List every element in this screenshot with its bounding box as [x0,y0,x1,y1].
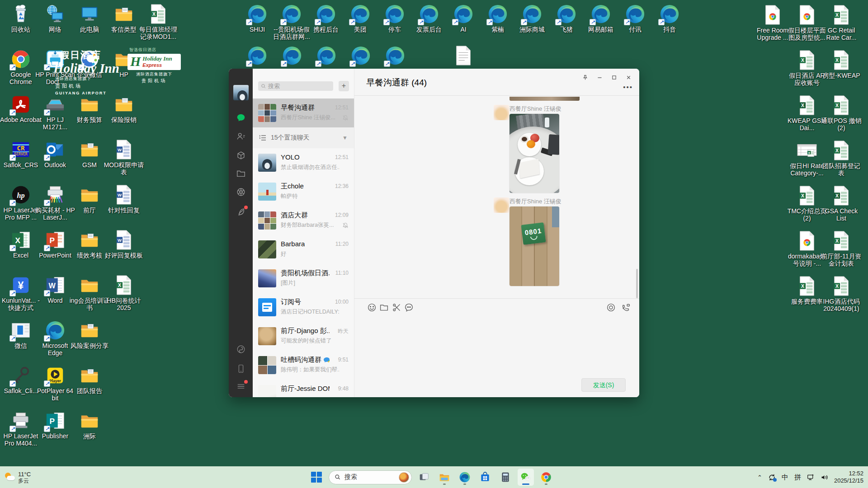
desktop-icon-HB问卷统计2025[interactable]: XHB问卷统计2025 [103,275,145,311]
desktop-icon-保险报销[interactable]: 保险报销 [103,94,145,123]
desktop-icon-shortcut[interactable] [443,45,484,66]
excel-file-icon: X [831,276,852,296]
search-input[interactable]: 搜索 [258,81,333,91]
more-button[interactable]: ••• [623,83,633,91]
search-highlight-image[interactable] [399,472,409,483]
desktop-icon-GSA Check List[interactable]: XGSA Check List [821,185,862,222]
edge-icon: ↗ [625,4,646,24]
screenshot-icon[interactable] [392,303,401,312]
printer-gray-icon: ↗ [10,410,31,431]
chat-list-item-订阅号[interactable]: 订阅号10:00酒店日记HOTELDAILY: ... [253,293,354,322]
chat-time: 12:36 [335,183,349,189]
scrollbar[interactable] [636,269,638,298]
avatar[interactable] [233,85,249,100]
desktop-icon-shortcut[interactable]: ↗ [374,45,416,66]
pinned-list-icon [259,135,266,141]
contacts-icon[interactable] [236,131,246,141]
sender-avatar[interactable] [494,105,509,120]
desktop-icon-团队报告[interactable]: 团队报告 [69,365,110,394]
chat-list-item-酒店大群[interactable]: 酒店大群12:09财务部Barbara张英... [253,206,354,235]
maximize-button[interactable] [607,71,621,83]
taskbar-task-view-button[interactable] [416,469,432,486]
shortcut-arrow-icon: ↗ [9,290,16,296]
ime-pinyin-indicator[interactable]: 拼 [794,473,801,482]
volume-icon[interactable] [821,474,828,481]
tray-overflow-button[interactable]: ⌃ [757,474,762,481]
taskbar-clock[interactable]: 12:52 2025/12/15 [834,470,865,484]
minimize-button[interactable] [592,71,607,83]
chat-history-icon[interactable] [404,303,414,312]
chat-list-item-Barbara[interactable]: Barbara11:20好 [253,235,354,264]
ime-mode-indicator[interactable]: 中 [782,473,788,482]
taskbar-wechat-button[interactable] [518,469,534,486]
moments-icon[interactable] [236,187,246,197]
desktop-icon-团队招募登记表[interactable]: X团队招募登记表 [821,140,862,177]
express-sub2: 贵阳机场 [127,78,181,84]
desktop-icon-GC Retail Rate Car...[interactable]: XGC Retail Rate Car... [821,5,862,41]
desktop-icon-IHG酒店代码20240409(1)[interactable]: XIHG酒店代码20240409(1) [821,276,862,312]
taskbar-weather[interactable]: 11°C 多云 [5,469,31,486]
partial-image-message[interactable] [509,97,580,101]
taskbar-store-button[interactable] [477,469,493,486]
miniprogram-icon[interactable] [236,344,246,354]
chat-list-item-前厅-Jessie DOM[interactable]: 前厅-Jessie DOM9:48 [253,380,354,397]
taskbar-search[interactable]: 搜索 [329,470,412,484]
running-indicator [522,483,529,485]
folder-icon [113,49,134,70]
sender-avatar[interactable] [494,197,509,213]
desktop-icon-针对性回复[interactable]: W针对性回复 [103,184,145,214]
shortcut-arrow-icon: ↗ [9,426,16,432]
desktop-icon-风险案例分享[interactable]: 风险案例分享 [69,320,110,349]
chat-time: 12:51 [335,104,349,111]
chat-list-item-前厅-Django 彭...[interactable]: 前厅-Django 彭...昨天可能发的时候点错了 [253,322,354,351]
chevron-down-icon[interactable]: ▼ [342,135,348,141]
desktop-icon-前厅部-11月资金计划表[interactable]: X前厅部-11月资金计划表 [821,230,862,267]
favorites-icon[interactable] [236,150,246,160]
potplayer-icon: Player↗ [45,365,66,386]
taskbar-calculator-button[interactable] [497,469,514,486]
update-sync-icon[interactable] [768,474,776,481]
shortcut-arrow-icon: ↗ [44,426,50,432]
shortcut-arrow-icon: ↗ [418,19,424,25]
taskbar-chrome-button[interactable] [538,469,554,486]
menu-icon[interactable] [236,381,246,391]
channels-icon[interactable] [236,207,246,217]
pin-button[interactable] [578,71,592,83]
taskbar-edge-button[interactable] [457,469,473,486]
add-chat-button[interactable]: + [339,81,349,91]
desktop-icon-抖音[interactable]: ↗抖音 [649,4,690,33]
chat-list-item-早餐沟通群[interactable]: 早餐沟通群12:51西餐厅Shine 汪锡俊... [253,99,354,127]
chat-list-item-吐槽码沟通群[interactable]: 吐槽码沟通群9:51陈伟明：如果要我们帮... [253,351,354,380]
pinned-chats-header[interactable]: 15个置顶聊天 ▼ [253,127,354,148]
file-icon[interactable] [379,303,389,312]
close-button[interactable] [621,71,636,83]
desktop-icon-HP[interactable]: HP [103,49,145,78]
word-app-icon: W↗ [45,275,66,296]
network-icon[interactable] [807,474,815,481]
send-button[interactable]: 发送(S) [581,378,626,392]
desktop-icon-通联POS 撤销(2)[interactable]: X通联POS 撤销(2) [821,95,862,131]
folder-icon [79,184,100,205]
desktop-icon-每日值班经理记录MOD1...[interactable]: X每日值班经理记录MOD1... [137,4,179,40]
image-message-room-card[interactable]: 0801 [509,206,559,286]
chat-list-item-贵阳机场假日酒...[interactable]: 贵阳机场假日酒...11:10[图片] [253,264,354,293]
chat-list-item-YOLO[interactable]: YOLO12:51禁止吸烟请勿在酒店任... [253,148,354,177]
desktop-icon-洲际[interactable]: 洲际 [69,410,110,440]
image-message-breakfast[interactable] [509,114,559,193]
desktop-icon-好评回复模板[interactable]: W好评回复模板 [103,230,145,259]
start-button[interactable] [308,469,325,486]
video-call-icon[interactable] [621,303,631,312]
chat-avatar [258,385,276,397]
files-icon[interactable] [236,169,246,178]
excel-file-icon: X [831,95,852,116]
chat-list-item-王chole[interactable]: 王chole12:36帕萨特 [253,177,354,206]
phone-icon[interactable] [236,364,246,374]
desktop-icon-房型-KWEAP[interactable]: X房型-KWEAP [821,50,862,79]
excel-file-icon: X [797,50,817,70]
emoji-icon[interactable] [367,303,377,312]
taskbar-file-explorer-button[interactable] [436,469,453,486]
chats-icon[interactable] [236,113,246,122]
taskbar-search-placeholder: 搜索 [344,473,395,481]
voice-call-icon[interactable] [606,303,616,312]
desktop-icon-MOD权限申请表[interactable]: WMOD权限申请表 [103,139,145,176]
